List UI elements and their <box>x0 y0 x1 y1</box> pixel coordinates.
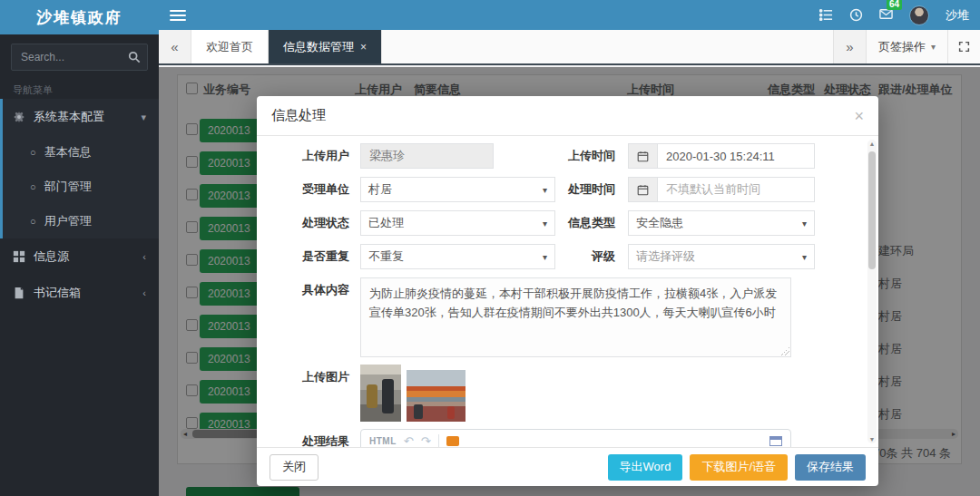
main-area: 64 沙堆 « 欢迎首页 信息数据管理 × » 页签操作 ▾ 业务编号 上传用户 <box>159 0 980 496</box>
sidebar-item-label: 信息源 <box>34 248 69 265</box>
tab-label: 信息数据管理 <box>283 39 354 55</box>
resize-grip[interactable] <box>781 347 789 355</box>
clock-icon[interactable] <box>849 8 863 22</box>
select-caret-icon: ▾ <box>802 252 807 262</box>
close-tab-icon[interactable]: × <box>360 41 367 53</box>
file-icon <box>13 287 25 299</box>
field-label-images: 上传图片 <box>270 365 360 385</box>
message-count-badge: 64 <box>887 0 902 10</box>
menu-toggle-icon[interactable] <box>170 7 186 24</box>
search-icon[interactable] <box>128 51 141 63</box>
topbar: 64 沙堆 <box>159 0 980 30</box>
process-time-group: 不填默认当前时间 <box>628 177 815 202</box>
modal-close-icon[interactable]: × <box>854 108 864 124</box>
field-label-process-time: 处理时间 <box>555 181 628 198</box>
circle-icon: ○ <box>30 181 36 192</box>
sidebar-item-department-mgmt[interactable]: ○ 部门管理 <box>3 170 159 204</box>
rating-select[interactable]: 请选择评级 ▾ <box>628 244 815 269</box>
field-label-content: 具体内容 <box>270 277 360 298</box>
sidebar-item-basic-info[interactable]: ○ 基本信息 <box>3 135 159 170</box>
sidebar-item-info-source[interactable]: 信息源 ‹ <box>0 238 159 275</box>
circle-icon: ○ <box>30 147 36 158</box>
insert-image-icon[interactable] <box>446 436 459 446</box>
brand-title: 沙堆镇政府 <box>0 0 159 34</box>
modal-scrollbar-thumb[interactable] <box>868 151 876 269</box>
sidebar-item-user-mgmt[interactable]: ○ 用户管理 <box>3 204 159 238</box>
select-caret-icon: ▾ <box>802 219 807 229</box>
tab-bar: « 欢迎首页 信息数据管理 × » 页签操作 ▾ <box>159 30 980 65</box>
chevron-left-icon: ‹ <box>142 287 146 298</box>
redo-icon[interactable]: ↷ <box>421 435 431 447</box>
grid-icon <box>13 250 25 263</box>
uploaded-photo-street[interactable] <box>360 365 401 422</box>
close-button[interactable]: 关闭 <box>270 454 318 481</box>
sidebar-nav: 系统基本配置 ▾ ○ 基本信息 ○ 部门管理 ○ 用户管理 信息源 ‹ 书记信箱 <box>0 99 159 311</box>
chevron-left-icon: ‹ <box>142 251 146 262</box>
field-label-upload-user: 上传用户 <box>270 148 360 164</box>
insert-table-icon[interactable] <box>769 436 782 446</box>
is-duplicate-select[interactable]: 不重复 ▾ <box>360 244 555 269</box>
upload-time-group: 2020-01-30 15:24:11 <box>628 143 815 169</box>
content-textarea[interactable]: 为防止肺炎疫情的蔓延，本村干部积极开展防疫情工作，拉横额4张，入户派发宣传单32… <box>360 277 791 357</box>
content-text: 为防止肺炎疫情的蔓延，本村干部积极开展防疫情工作，拉横额4张，入户派发宣传单32… <box>369 287 777 319</box>
chevron-down-icon: ▾ <box>141 112 146 123</box>
undo-icon[interactable]: ↶ <box>404 435 414 447</box>
tabs-scroll-right-button[interactable]: » <box>833 30 866 63</box>
info-type-select[interactable]: 安全隐患 ▾ <box>628 210 815 236</box>
tab-welcome[interactable]: 欢迎首页 <box>191 30 269 63</box>
sidebar: 沙堆镇政府 导航菜单 系统基本配置 ▾ ○ 基本信息 ○ 部门管理 ○ 用户管理 <box>0 0 159 496</box>
result-rich-editor[interactable]: HTML ↶ ↷ <box>360 429 791 447</box>
uploaded-photo-pavilion[interactable] <box>407 370 466 422</box>
sidebar-item-secretary-mailbox[interactable]: 书记信箱 ‹ <box>0 275 159 311</box>
info-processing-modal: 信息处理 × 上传用户 梁惠珍 上传时间 2020-01-30 15:24:11 <box>257 96 878 486</box>
messages-button[interactable]: 64 <box>879 7 893 24</box>
select-value: 不重复 <box>368 248 404 265</box>
calendar-icon[interactable] <box>628 143 657 169</box>
avatar[interactable] <box>909 5 929 25</box>
sidebar-subitem-label: 部门管理 <box>44 179 92 195</box>
field-label-result: 处理结果 <box>270 429 360 447</box>
tab-label: 欢迎首页 <box>206 39 253 55</box>
upload-time-field[interactable]: 2020-01-30 15:24:11 <box>657 143 815 169</box>
current-user-name[interactable]: 沙堆 <box>946 7 969 24</box>
save-result-button[interactable]: 保存结果 <box>795 454 866 481</box>
select-value: 村居 <box>368 181 392 198</box>
modal-footer: 关闭 导出Word 下载图片/语音 保存结果 <box>257 447 878 486</box>
select-placeholder: 请选择评级 <box>636 248 695 265</box>
sidebar-item-system-config[interactable]: 系统基本配置 ▾ <box>3 99 159 135</box>
html-mode-button[interactable]: HTML <box>369 436 397 446</box>
caret-down-icon: ▾ <box>931 42 936 52</box>
task-list-icon[interactable] <box>819 8 833 22</box>
scroll-down-icon[interactable]: ▼ <box>867 436 877 443</box>
process-status-select[interactable]: 已处理 ▾ <box>360 210 555 236</box>
select-caret-icon: ▾ <box>543 219 547 229</box>
calendar-icon[interactable] <box>628 177 657 202</box>
sidebar-item-label: 系统基本配置 <box>34 109 104 125</box>
accept-unit-select[interactable]: 村居 ▾ <box>360 177 555 202</box>
upload-user-field: 梁惠珍 <box>360 143 494 169</box>
sidebar-subitem-label: 基本信息 <box>44 144 92 160</box>
tabbar-spacer <box>382 30 833 63</box>
tab-info-data-mgmt[interactable]: 信息数据管理 × <box>269 30 382 63</box>
modal-title: 信息处理 <box>271 107 326 124</box>
field-label-upload-time: 上传时间 <box>494 148 628 164</box>
select-value: 安全隐患 <box>636 215 683 231</box>
field-label-rating: 评级 <box>555 248 628 265</box>
select-caret-icon: ▾ <box>543 185 547 195</box>
download-media-button[interactable]: 下载图片/语音 <box>690 454 788 481</box>
export-word-button[interactable]: 导出Word <box>608 454 683 481</box>
process-time-field[interactable]: 不填默认当前时间 <box>657 177 815 202</box>
modal-scrollbar[interactable]: ▲ ▼ <box>867 140 877 443</box>
uploaded-images <box>360 365 466 422</box>
nav-group-system-config: 系统基本配置 ▾ ○ 基本信息 ○ 部门管理 ○ 用户管理 <box>0 99 159 238</box>
nav-section-label: 导航菜单 <box>0 74 159 99</box>
field-label-info-type: 信息类型 <box>555 215 628 231</box>
select-caret-icon: ▾ <box>543 252 547 262</box>
field-label-accept-unit: 受理单位 <box>270 181 360 198</box>
tab-actions-dropdown[interactable]: 页签操作 ▾ <box>866 30 947 63</box>
scroll-up-icon[interactable]: ▲ <box>867 141 877 147</box>
search-box <box>11 44 148 71</box>
content-area: 业务编号 上传用户 简要信息 上传时间 信息类型 处理状态 跟进/处理单位 20… <box>159 67 980 496</box>
tabs-scroll-left-button[interactable]: « <box>159 30 191 63</box>
fullscreen-icon[interactable] <box>947 30 980 63</box>
